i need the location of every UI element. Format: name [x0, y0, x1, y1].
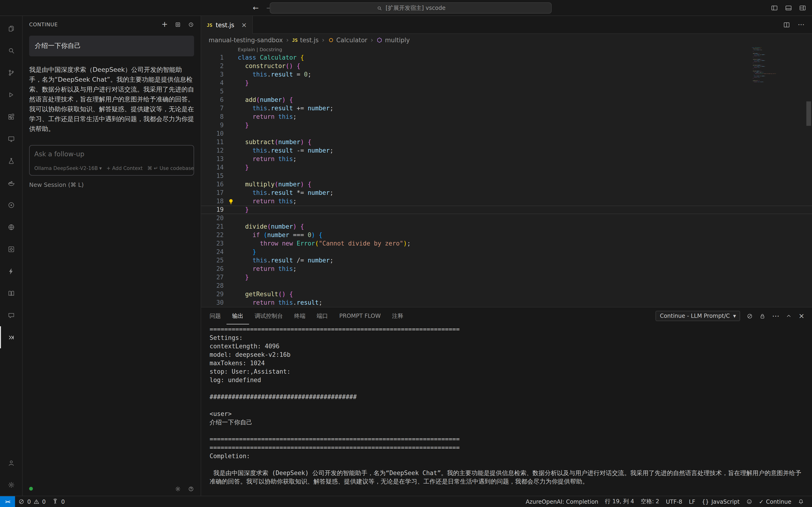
- run-debug-icon[interactable]: [0, 83, 22, 106]
- cursor-position[interactable]: 行 19, 列 4: [602, 496, 638, 507]
- clear-output-icon[interactable]: [747, 313, 753, 319]
- browser-icon[interactable]: [0, 216, 22, 238]
- code-text[interactable]: }: [238, 206, 812, 214]
- command-center[interactable]: [扩展开发宿主] vscode: [270, 2, 552, 14]
- ports-indicator[interactable]: 0: [49, 496, 68, 507]
- new-chat-icon[interactable]: +: [161, 21, 168, 28]
- azure-openai-status[interactable]: AzureOpenAI: Completion: [522, 496, 602, 507]
- code-text[interactable]: divide(number) {: [238, 223, 812, 231]
- code-line[interactable]: 23 throw new Error("Cannot divide by zer…: [201, 239, 812, 248]
- code-text[interactable]: }: [752, 68, 754, 69]
- code-text[interactable]: this.result += number;: [238, 104, 812, 113]
- code-text[interactable]: multiply(number) {: [238, 180, 812, 189]
- code-text[interactable]: }: [752, 74, 754, 75]
- panel-more-actions-icon[interactable]: ···: [772, 312, 779, 320]
- code-text[interactable]: }: [752, 62, 754, 63]
- line-number[interactable]: 11: [201, 138, 224, 147]
- code-text[interactable]: throw new Error("Cannot divide by zero")…: [238, 239, 812, 248]
- code-line[interactable]: 15: [201, 172, 812, 180]
- code-line[interactable]: 16 multiply(number) {: [201, 180, 812, 189]
- code-text[interactable]: getResult() {: [238, 290, 812, 298]
- code-line[interactable]: 19 }: [201, 206, 812, 214]
- code-text[interactable]: [752, 69, 752, 70]
- code-text[interactable]: this.result = 0;: [752, 49, 762, 50]
- tab-test-js[interactable]: JS test.js ×: [201, 16, 253, 34]
- code-text[interactable]: subtract(number) {: [238, 138, 812, 147]
- code-text[interactable]: }: [752, 78, 754, 78]
- customize-layout-icon[interactable]: [799, 4, 806, 12]
- code-text[interactable]: this.result /= number;: [238, 256, 812, 265]
- eol-sequence[interactable]: LF: [686, 496, 699, 507]
- code-line[interactable]: 9 }: [201, 121, 812, 129]
- code-text[interactable]: this.result *= number;: [238, 189, 812, 197]
- code-line[interactable]: 21 divide(number) {: [201, 223, 812, 231]
- help-icon[interactable]: [188, 486, 194, 492]
- target-icon[interactable]: [0, 194, 22, 216]
- code-text[interactable]: throw new Error("Cannot divide by zero")…: [752, 73, 776, 74]
- source-control-icon[interactable]: [0, 61, 22, 83]
- code-text[interactable]: }: [238, 121, 812, 129]
- docker-icon[interactable]: [0, 172, 22, 194]
- code-text[interactable]: this.result /= number;: [752, 75, 765, 76]
- line-number[interactable]: 20: [201, 214, 224, 223]
- code-line[interactable]: 30 return this.result;: [201, 298, 812, 307]
- code-text[interactable]: constructor() {: [238, 62, 812, 70]
- code-text[interactable]: }: [238, 248, 812, 256]
- line-number[interactable]: 22: [201, 231, 224, 239]
- code-line[interactable]: 20: [201, 214, 812, 223]
- code-text[interactable]: return this;: [752, 76, 760, 77]
- code-line[interactable]: 8 return this;: [201, 113, 812, 121]
- line-number[interactable]: 4: [201, 79, 224, 87]
- tab-ports[interactable]: 端口: [311, 307, 334, 324]
- user-message[interactable]: 介绍一下你自己: [29, 36, 194, 56]
- thunder-client-icon[interactable]: [0, 260, 22, 282]
- code-text[interactable]: [238, 87, 812, 96]
- code-line[interactable]: 7 this.result += number;: [201, 104, 812, 113]
- line-number[interactable]: 7: [201, 104, 224, 113]
- indentation[interactable]: 空格: 2: [638, 496, 663, 507]
- remote-indicator[interactable]: ><: [0, 496, 15, 507]
- line-number[interactable]: 12: [201, 147, 224, 155]
- code-text[interactable]: return this.result;: [752, 81, 764, 82]
- minimap[interactable]: class Calculator { constructor() { this.…: [752, 47, 799, 100]
- line-number[interactable]: 5: [201, 87, 224, 96]
- language-mode[interactable]: {} JavaScript: [699, 496, 743, 507]
- line-number[interactable]: 1: [201, 54, 224, 62]
- code-text[interactable]: }: [238, 273, 812, 282]
- code-line[interactable]: 27 }: [201, 273, 812, 282]
- code-line[interactable]: 17 this.result *= number;: [201, 189, 812, 197]
- line-number[interactable]: 23: [201, 239, 224, 248]
- split-editor-icon[interactable]: [782, 21, 790, 29]
- add-context-button[interactable]: + Add Context: [106, 165, 143, 171]
- breadcrumb-file[interactable]: JStest.js: [292, 36, 319, 44]
- line-number[interactable]: 25: [201, 256, 224, 265]
- code-line[interactable]: 10: [201, 129, 812, 138]
- lightbulb-icon[interactable]: [224, 197, 238, 206]
- tab-comments[interactable]: 注释: [386, 307, 409, 324]
- code-text[interactable]: return this;: [238, 265, 812, 273]
- code-text[interactable]: this.result -= number;: [752, 60, 765, 61]
- testing-icon[interactable]: [0, 150, 22, 172]
- encoding[interactable]: UTF-8: [663, 496, 686, 507]
- toggle-panel-icon[interactable]: [785, 4, 792, 12]
- code-text[interactable]: [752, 79, 752, 80]
- line-number[interactable]: 10: [201, 129, 224, 138]
- code-line[interactable]: 4 }: [201, 79, 812, 87]
- code-text[interactable]: [238, 214, 812, 223]
- code-line[interactable]: 18 return this;: [201, 197, 812, 206]
- code-text[interactable]: getResult() {: [752, 80, 760, 81]
- back-button[interactable]: ←: [253, 4, 259, 12]
- extensions-icon[interactable]: [0, 106, 22, 128]
- code-text[interactable]: [238, 129, 812, 138]
- code-line[interactable]: 2 constructor() {: [201, 62, 812, 70]
- new-session-button[interactable]: New Session (⌘ L): [29, 181, 194, 188]
- code-text[interactable]: return this;: [752, 55, 760, 56]
- code-text[interactable]: return this.result;: [238, 298, 812, 307]
- line-number[interactable]: 28: [201, 282, 224, 290]
- tab-output[interactable]: 输出: [226, 307, 249, 324]
- toggle-sidebar-icon[interactable]: [771, 4, 778, 12]
- tab-terminal[interactable]: 终端: [289, 307, 311, 324]
- continue-status[interactable]: ✓ Continue: [756, 496, 795, 507]
- code-text[interactable]: return this;: [238, 197, 812, 206]
- line-number[interactable]: 26: [201, 265, 224, 273]
